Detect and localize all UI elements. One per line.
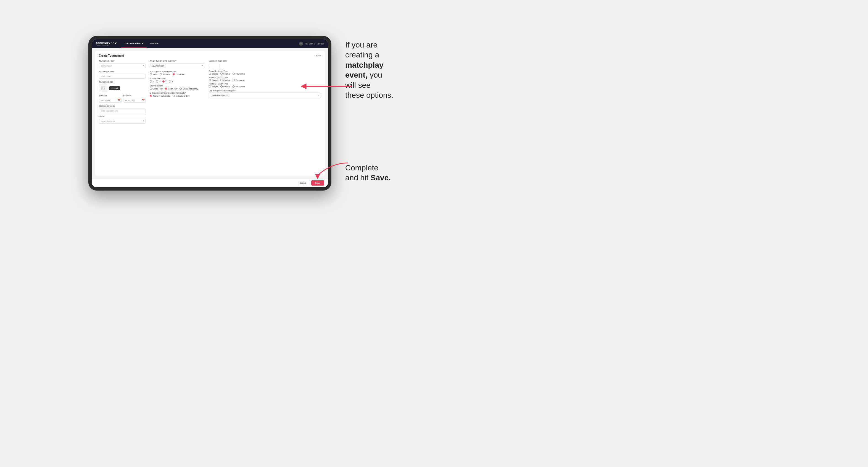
bottom-bar: Cancel Save xyxy=(92,178,328,187)
scoring-stroke[interactable]: Stroke Play xyxy=(150,88,163,90)
sponsor-input[interactable] xyxy=(99,108,146,113)
annotation-text-1: If you arecreating a xyxy=(345,40,379,59)
tournament-name-input[interactable] xyxy=(99,74,146,79)
tournament-logo-group: Tournament logo Upload xyxy=(99,81,146,92)
tournament-logo-label: Tournament logo xyxy=(99,81,146,83)
image-icon xyxy=(101,86,105,90)
signout-button[interactable]: Sign out xyxy=(316,43,324,45)
round3-fourball-radio[interactable] xyxy=(220,85,223,88)
scoring-match[interactable]: Match Play xyxy=(165,88,178,90)
arrow-matchplay xyxy=(297,82,352,91)
round1-fourball-radio[interactable] xyxy=(220,73,223,75)
col-mid: Which division is the event for? NCAA Di… xyxy=(150,60,205,126)
max-team-size-input[interactable]: 5 xyxy=(209,64,220,68)
round3-singles-radio[interactable] xyxy=(209,85,211,88)
round1-singles[interactable]: Singles xyxy=(209,73,218,75)
gender-womens[interactable]: Womens xyxy=(160,73,170,75)
scoring-medal[interactable]: Medal Match Play xyxy=(180,88,198,90)
gender-mens-radio[interactable] xyxy=(150,73,152,75)
round1-foursomes[interactable]: Foursomes xyxy=(232,73,245,75)
round3-fourball-label: Fourball xyxy=(223,86,230,88)
round-3[interactable]: 3 xyxy=(162,81,166,83)
round-2[interactable]: 2 xyxy=(156,81,160,83)
cancel-button[interactable]: Cancel xyxy=(297,180,309,186)
rounds-radio-group: 1 2 3 xyxy=(150,81,205,83)
back-button[interactable]: ← Back xyxy=(313,54,321,57)
venue-label: Venue xyxy=(99,116,146,117)
date-row: Start date 📅 End date xyxy=(99,94,146,103)
col-left: Tournament Host ▾ Tournament name Tourna xyxy=(99,60,146,126)
end-date-label: End date xyxy=(123,94,146,96)
scoring-match-radio[interactable] xyxy=(165,88,167,90)
annotation-save-bold: Save. xyxy=(371,174,391,182)
gender-combined[interactable]: Combined xyxy=(173,73,184,75)
round2-foursomes[interactable]: Foursomes xyxy=(232,79,245,81)
round1-fourball[interactable]: Fourball xyxy=(220,73,230,75)
end-date-field: End date 📅 xyxy=(123,94,146,103)
round-3-radio[interactable] xyxy=(162,81,164,83)
venue-input[interactable] xyxy=(99,119,146,124)
round2-fourball-radio[interactable] xyxy=(220,79,223,81)
start-date-wrap: 📅 xyxy=(99,97,122,103)
nav-tab-teams[interactable]: TEAMS xyxy=(147,39,162,48)
round-2-radio[interactable] xyxy=(156,81,158,83)
individuals-radio[interactable] xyxy=(173,95,175,97)
end-date-wrap: 📅 xyxy=(123,97,146,103)
tournament-host-input[interactable] xyxy=(99,64,146,68)
save-button[interactable]: Save xyxy=(311,180,324,186)
teams-radio[interactable] xyxy=(150,95,152,97)
round3-foursomes-radio[interactable] xyxy=(232,85,235,88)
arrow-save xyxy=(315,160,351,180)
logo-placeholder xyxy=(99,84,107,92)
col-right: Maximum Team Size 5 Round 1 - Match Type… xyxy=(209,60,321,126)
api-tag: Leaderboard King ✕ xyxy=(211,94,229,97)
main-content: Create Tournament ← Back Tournament Host… xyxy=(92,48,328,187)
tournament-name-label: Tournament name xyxy=(99,70,146,72)
round1-singles-label: Singles xyxy=(212,73,218,75)
gender-combined-radio[interactable] xyxy=(173,73,175,75)
round-4[interactable]: 4 xyxy=(169,81,173,83)
annotation-save: Completeand hit Save. xyxy=(345,163,450,183)
round1-foursomes-radio[interactable] xyxy=(232,73,235,75)
round2-singles[interactable]: Singles xyxy=(209,79,218,81)
api-tag-remove[interactable]: ✕ xyxy=(226,94,228,96)
round2-singles-radio[interactable] xyxy=(209,79,211,81)
api-select-wrap[interactable]: Leaderboard King ✕ ▾ xyxy=(209,93,321,98)
user-name: Test User xyxy=(305,43,313,45)
sponsor-label: Sponsor (optional) xyxy=(99,105,146,107)
tournament-host-group: Tournament Host ▾ xyxy=(99,60,146,68)
round2-foursomes-label: Foursomes xyxy=(236,79,245,81)
round1-singles-radio[interactable] xyxy=(209,73,211,75)
round3-singles[interactable]: Singles xyxy=(209,85,218,88)
form-body: Tournament Host ▾ Tournament name Tourna xyxy=(99,60,321,126)
upload-button[interactable]: Upload xyxy=(110,86,120,90)
tablet-screen: SCOREBOARD Powered by clippi TOURNAMENTS… xyxy=(92,39,328,187)
division-label: Which division is the event for? xyxy=(150,60,205,62)
gender-womens-label: Womens xyxy=(163,73,170,75)
round-1[interactable]: 1 xyxy=(150,81,154,83)
round-4-radio[interactable] xyxy=(169,81,171,83)
division-select[interactable]: NCAA Division I xyxy=(150,64,205,68)
round1-foursomes-label: Foursomes xyxy=(236,73,245,75)
scoring-medal-radio[interactable] xyxy=(180,88,182,90)
scoring-radio-group: Stroke Play Match Play Medal Match Play xyxy=(150,88,205,90)
navbar: SCOREBOARD Powered by clippi TOURNAMENTS… xyxy=(92,39,328,48)
api-tag-label: Leaderboard King xyxy=(212,94,225,96)
round-1-radio[interactable] xyxy=(150,81,152,83)
round2-fourball[interactable]: Fourball xyxy=(220,79,230,81)
scoring-stroke-radio[interactable] xyxy=(150,88,152,90)
round2-foursomes-radio[interactable] xyxy=(232,79,235,81)
round3-fourball[interactable]: Fourball xyxy=(220,85,230,88)
calendar-icon: 📅 xyxy=(118,99,120,101)
start-date-field: Start date 📅 xyxy=(99,94,122,103)
gender-radio-group: Mens Womens Combined xyxy=(150,73,205,75)
gender-womens-radio[interactable] xyxy=(160,73,162,75)
round2-match-type-section: Round 2 - Match Type Singles Fourball xyxy=(209,76,321,81)
round3-foursomes[interactable]: Foursomes xyxy=(232,85,245,88)
brand-title: SCOREBOARD xyxy=(96,42,117,44)
individuals-only[interactable]: Individuals Only xyxy=(173,95,189,97)
gender-mens[interactable]: Mens xyxy=(150,73,157,75)
round2-singles-label: Singles xyxy=(212,79,218,81)
teams-plus-individuals[interactable]: Teams (+Individuals) xyxy=(150,95,170,97)
nav-tab-tournaments[interactable]: TOURNAMENTS xyxy=(121,39,147,48)
